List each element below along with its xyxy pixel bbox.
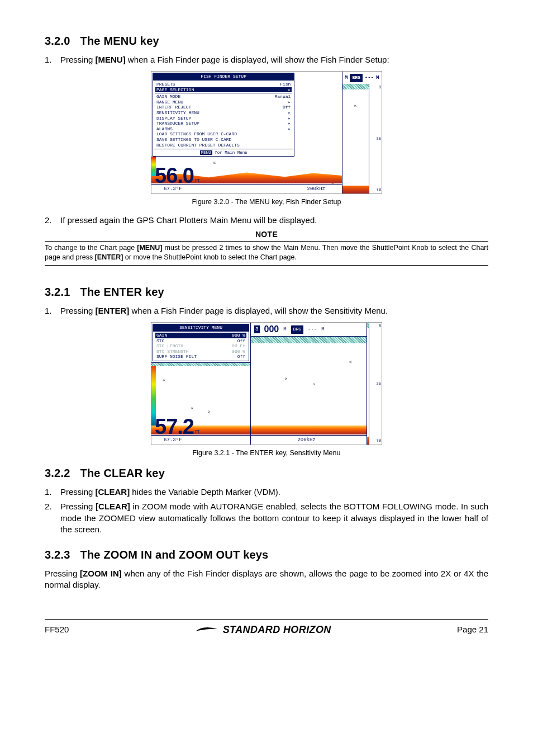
fig-3-2-1-screenshot: SENSITIVITY MENU GAIN000 %STCOffSTC LENG… (151, 322, 382, 445)
menu-row: STC LENGTH00 Ft (155, 343, 246, 349)
menu-row: TRANSDUCER SETUP▸ (155, 121, 292, 126)
menu-row: DISPLAY SETUP▸ (155, 116, 292, 121)
footer-brand: STANDARD HORIZON (195, 623, 331, 636)
heading-3-2-0: 3.2.0The MENU key (45, 34, 488, 49)
menu-row: SAVE SETTINGS TO USER C-CARD (155, 137, 292, 143)
page-footer: FF520 STANDARD HORIZON Page 21 (45, 619, 488, 636)
s320-item-1: 1. Pressing [MENU] when a Fish Finder pa… (45, 54, 488, 65)
note-body: To change to the Chart page [MENU] must … (45, 241, 488, 266)
menu-row: RANGE MENU▸ (155, 100, 292, 105)
fig-caption-3-2-0: Figure 3.2.0 - The MENU key, Fish Finder… (45, 197, 488, 207)
footer-page: Page 21 (457, 624, 488, 635)
heading-3-2-3: 3.2.3The ZOOM IN and ZOOM OUT keys (45, 547, 488, 563)
fig-3-2-0-screenshot: FISH FINDER SETUP PRESETSFishPAGE SELECT… (151, 71, 382, 194)
menu-row: RESTORE CURRENT PRESET DEFAULTS (155, 143, 292, 148)
s322-item-2: 2. Pressing [CLEAR] in ZOOM mode with AU… (45, 501, 488, 535)
footer-model: FF520 (45, 624, 69, 635)
menu-row: STCOff (155, 338, 246, 344)
menu-row: GAIN000 % (155, 333, 246, 338)
menu-row: GAIN MODEManual (155, 94, 292, 100)
menu-row: INTERF REJECTOff (155, 105, 292, 110)
menu-row: STC STRENGTH000 % (155, 349, 246, 355)
menu-row: ALARMS▸ (155, 126, 292, 132)
menu-row: SENSITIVITY MENU▸ (155, 110, 292, 116)
note-heading: NOTE (45, 229, 488, 240)
s320-item-2: 2. If pressed again the GPS Chart Plotte… (45, 215, 488, 226)
menu-row: PRESETSFish (155, 82, 292, 87)
menu-row: LOAD SETTINGS FROM USER C-CARD (155, 131, 292, 137)
menu-row: SURF NOISE FILTOff (155, 354, 246, 360)
s321-item-1: 1. Pressing [ENTER] when a Fish Finder p… (45, 305, 488, 316)
s323-paragraph: Pressing [ZOOM IN] when any of the Fish … (45, 568, 488, 591)
menu-row: PAGE SELECTION▸ (155, 87, 292, 93)
s322-item-1: 1. Pressing [CLEAR] hides the Variable D… (45, 486, 488, 498)
heading-3-2-2: 3.2.2The CLEAR key (45, 466, 488, 481)
brand-swoosh-icon (195, 626, 218, 634)
heading-3-2-1: 3.2.1The ENTER key (45, 285, 488, 300)
fig-caption-3-2-1: Figure 3.2.1 - The ENTER key, Sensitivit… (45, 448, 488, 458)
